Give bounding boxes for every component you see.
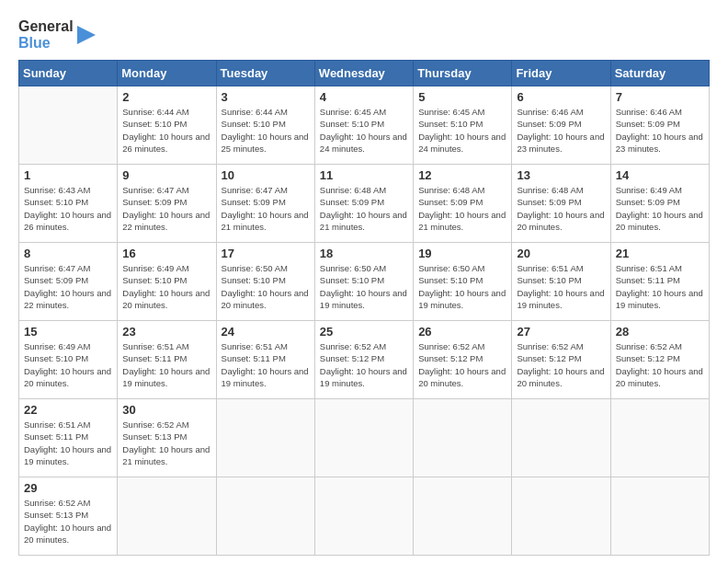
day-info: Sunrise: 6:43 AM Sunset: 5:10 PM Dayligh… bbox=[24, 184, 112, 233]
sunrise-text: Sunrise: 6:52 AM bbox=[517, 340, 605, 352]
day-number: 23 bbox=[122, 325, 210, 339]
sunset-text: Sunset: 5:11 PM bbox=[122, 352, 210, 364]
sunset-text: Sunset: 5:10 PM bbox=[320, 118, 408, 130]
daylight-text: Daylight: 10 hours and 24 minutes. bbox=[320, 131, 408, 155]
sunrise-text: Sunrise: 6:48 AM bbox=[320, 184, 408, 196]
sunset-text: Sunset: 5:10 PM bbox=[418, 118, 506, 130]
calendar-cell bbox=[216, 477, 314, 556]
sunset-text: Sunset: 5:10 PM bbox=[320, 274, 408, 286]
sunrise-text: Sunrise: 6:52 AM bbox=[320, 340, 408, 352]
weekday-sunday: Sunday bbox=[19, 61, 118, 86]
calendar-cell: 23 Sunrise: 6:51 AM Sunset: 5:11 PM Dayl… bbox=[118, 321, 216, 399]
daylight-text: Daylight: 10 hours and 23 minutes. bbox=[616, 131, 704, 155]
calendar-cell bbox=[19, 86, 118, 165]
sunset-text: Sunset: 5:12 PM bbox=[418, 352, 506, 364]
day-number: 17 bbox=[222, 247, 310, 260]
daylight-text: Daylight: 10 hours and 19 minutes. bbox=[616, 287, 704, 312]
day-number: 8 bbox=[24, 247, 112, 260]
sunrise-text: Sunrise: 6:47 AM bbox=[122, 184, 210, 196]
header: General Blue bbox=[18, 18, 710, 51]
calendar-cell: 8 Sunrise: 6:47 AM Sunset: 5:09 PM Dayli… bbox=[19, 243, 118, 321]
daylight-text: Daylight: 10 hours and 19 minutes. bbox=[320, 365, 408, 390]
day-number: 19 bbox=[418, 247, 506, 260]
day-number: 13 bbox=[517, 168, 605, 182]
weekday-thursday: Thursday bbox=[414, 61, 512, 86]
day-info: Sunrise: 6:51 AM Sunset: 5:11 PM Dayligh… bbox=[122, 340, 210, 389]
daylight-text: Daylight: 10 hours and 20 minutes. bbox=[418, 365, 506, 390]
sunset-text: Sunset: 5:09 PM bbox=[122, 196, 210, 208]
day-info: Sunrise: 6:45 AM Sunset: 5:10 PM Dayligh… bbox=[320, 106, 408, 155]
day-number: 25 bbox=[320, 325, 408, 339]
sunrise-text: Sunrise: 6:52 AM bbox=[24, 497, 112, 509]
sunset-text: Sunset: 5:10 PM bbox=[24, 196, 112, 208]
day-info: Sunrise: 6:48 AM Sunset: 5:09 PM Dayligh… bbox=[320, 184, 408, 233]
day-info: Sunrise: 6:49 AM Sunset: 5:09 PM Dayligh… bbox=[616, 184, 704, 233]
day-number: 2 bbox=[122, 90, 210, 104]
calendar-cell: 5 Sunrise: 6:45 AM Sunset: 5:10 PM Dayli… bbox=[414, 86, 512, 165]
day-number: 4 bbox=[320, 90, 408, 104]
day-info: Sunrise: 6:51 AM Sunset: 5:11 PM Dayligh… bbox=[222, 340, 310, 389]
day-number: 6 bbox=[517, 90, 605, 104]
week-row-3: 8 Sunrise: 6:47 AM Sunset: 5:09 PM Dayli… bbox=[19, 243, 710, 321]
day-info: Sunrise: 6:50 AM Sunset: 5:10 PM Dayligh… bbox=[222, 262, 310, 311]
day-info: Sunrise: 6:52 AM Sunset: 5:12 PM Dayligh… bbox=[320, 340, 408, 389]
logo: General Blue bbox=[18, 18, 96, 51]
calendar-cell: 11 Sunrise: 6:48 AM Sunset: 5:09 PM Dayl… bbox=[314, 165, 413, 243]
day-info: Sunrise: 6:52 AM Sunset: 5:12 PM Dayligh… bbox=[616, 340, 704, 389]
calendar-cell: 6 Sunrise: 6:46 AM Sunset: 5:09 PM Dayli… bbox=[512, 86, 610, 165]
calendar-cell: 14 Sunrise: 6:49 AM Sunset: 5:09 PM Dayl… bbox=[610, 165, 709, 243]
daylight-text: Daylight: 10 hours and 20 minutes. bbox=[517, 209, 605, 234]
day-number: 27 bbox=[517, 325, 605, 339]
weekday-header-row: SundayMondayTuesdayWednesdayThursdayFrid… bbox=[19, 61, 710, 86]
calendar-cell: 17 Sunrise: 6:50 AM Sunset: 5:10 PM Dayl… bbox=[216, 243, 314, 321]
calendar-cell: 10 Sunrise: 6:47 AM Sunset: 5:09 PM Dayl… bbox=[216, 165, 314, 243]
sunset-text: Sunset: 5:13 PM bbox=[122, 431, 210, 442]
sunrise-text: Sunrise: 6:49 AM bbox=[24, 340, 112, 352]
sunrise-text: Sunrise: 6:45 AM bbox=[418, 106, 506, 118]
daylight-text: Daylight: 10 hours and 21 minutes. bbox=[320, 209, 408, 234]
calendar-cell: 28 Sunrise: 6:52 AM Sunset: 5:12 PM Dayl… bbox=[610, 321, 709, 399]
sunset-text: Sunset: 5:12 PM bbox=[517, 352, 605, 364]
sunset-text: Sunset: 5:09 PM bbox=[517, 196, 605, 208]
logo-blue: Blue bbox=[18, 35, 51, 51]
week-row-1: 2 Sunrise: 6:44 AM Sunset: 5:10 PM Dayli… bbox=[19, 86, 710, 165]
day-info: Sunrise: 6:47 AM Sunset: 5:09 PM Dayligh… bbox=[222, 184, 310, 233]
calendar-cell: 27 Sunrise: 6:52 AM Sunset: 5:12 PM Dayl… bbox=[512, 321, 610, 399]
calendar-cell bbox=[610, 477, 709, 556]
sunset-text: Sunset: 5:11 PM bbox=[24, 431, 112, 442]
day-number: 10 bbox=[222, 168, 310, 182]
calendar-cell: 29 Sunrise: 6:52 AM Sunset: 5:13 PM Dayl… bbox=[19, 477, 118, 556]
sunrise-text: Sunrise: 6:52 AM bbox=[122, 419, 210, 431]
daylight-text: Daylight: 10 hours and 20 minutes. bbox=[616, 209, 704, 234]
day-info: Sunrise: 6:44 AM Sunset: 5:10 PM Dayligh… bbox=[222, 106, 310, 155]
calendar-cell: 9 Sunrise: 6:47 AM Sunset: 5:09 PM Dayli… bbox=[118, 165, 216, 243]
day-number: 18 bbox=[320, 247, 408, 260]
sunrise-text: Sunrise: 6:45 AM bbox=[320, 106, 408, 118]
sunrise-text: Sunrise: 6:52 AM bbox=[616, 340, 704, 352]
sunset-text: Sunset: 5:09 PM bbox=[24, 274, 112, 286]
sunrise-text: Sunrise: 6:52 AM bbox=[418, 340, 506, 352]
weekday-wednesday: Wednesday bbox=[314, 61, 413, 86]
day-number: 3 bbox=[222, 90, 310, 104]
daylight-text: Daylight: 10 hours and 19 minutes. bbox=[222, 365, 310, 390]
daylight-text: Daylight: 10 hours and 19 minutes. bbox=[122, 365, 210, 390]
sunrise-text: Sunrise: 6:43 AM bbox=[24, 184, 112, 196]
sunrise-text: Sunrise: 6:46 AM bbox=[517, 106, 605, 118]
daylight-text: Daylight: 10 hours and 22 minutes. bbox=[122, 209, 210, 234]
daylight-text: Daylight: 10 hours and 20 minutes. bbox=[517, 365, 605, 390]
daylight-text: Daylight: 10 hours and 20 minutes. bbox=[616, 365, 704, 390]
sunset-text: Sunset: 5:10 PM bbox=[222, 274, 310, 286]
calendar-cell: 2 Sunrise: 6:44 AM Sunset: 5:10 PM Dayli… bbox=[118, 86, 216, 165]
day-info: Sunrise: 6:50 AM Sunset: 5:10 PM Dayligh… bbox=[418, 262, 506, 311]
day-info: Sunrise: 6:44 AM Sunset: 5:10 PM Dayligh… bbox=[122, 106, 210, 155]
daylight-text: Daylight: 10 hours and 21 minutes. bbox=[122, 443, 210, 468]
day-info: Sunrise: 6:48 AM Sunset: 5:09 PM Dayligh… bbox=[517, 184, 605, 233]
day-info: Sunrise: 6:50 AM Sunset: 5:10 PM Dayligh… bbox=[320, 262, 408, 311]
day-info: Sunrise: 6:52 AM Sunset: 5:12 PM Dayligh… bbox=[418, 340, 506, 389]
calendar-cell: 20 Sunrise: 6:51 AM Sunset: 5:10 PM Dayl… bbox=[512, 243, 610, 321]
day-number: 22 bbox=[24, 403, 112, 417]
sunset-text: Sunset: 5:11 PM bbox=[616, 274, 704, 286]
sunset-text: Sunset: 5:09 PM bbox=[616, 196, 704, 208]
calendar-cell: 19 Sunrise: 6:50 AM Sunset: 5:10 PM Dayl… bbox=[414, 243, 512, 321]
sunrise-text: Sunrise: 6:48 AM bbox=[517, 184, 605, 196]
